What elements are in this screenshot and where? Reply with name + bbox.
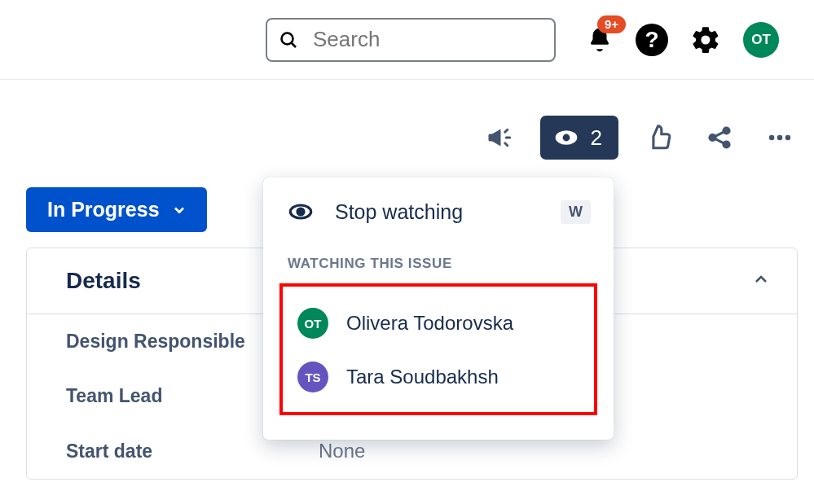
details-title: Details [66, 268, 141, 294]
search-input[interactable] [311, 26, 543, 53]
svg-line-7 [715, 132, 724, 137]
watcher-name: Olivera Todorovska [346, 312, 513, 335]
avatar: OT [297, 308, 328, 339]
search-icon [279, 30, 298, 50]
megaphone-icon [485, 123, 514, 152]
help-button[interactable]: ? [636, 24, 668, 56]
svg-point-10 [777, 135, 783, 141]
avatar: TS [297, 362, 328, 392]
field-label: Start date [66, 440, 319, 462]
svg-point-13 [297, 208, 304, 215]
status-label: In Progress [47, 198, 160, 221]
shortcut-badge: W [561, 200, 591, 224]
share-button[interactable] [700, 118, 739, 157]
chevron-down-icon [171, 202, 187, 218]
svg-line-8 [715, 138, 724, 143]
vote-button[interactable] [640, 118, 679, 157]
field-value: None [319, 440, 365, 462]
stop-watching-label: Stop watching [335, 200, 561, 224]
gear-icon [690, 24, 721, 55]
watcher-name: Tara Soudbakhsh [346, 366, 499, 388]
share-icon [706, 124, 733, 151]
svg-point-3 [562, 134, 570, 142]
chevron-up-icon [751, 270, 771, 292]
settings-button[interactable] [689, 24, 722, 56]
svg-point-0 [282, 33, 293, 44]
eye-icon [553, 125, 579, 151]
notifications-badge: 9+ [597, 15, 626, 33]
thumbs-up-icon [645, 124, 673, 151]
more-actions-button[interactable] [760, 118, 799, 157]
status-dropdown[interactable]: In Progress [26, 187, 207, 232]
more-icon [766, 124, 794, 151]
watchers-button[interactable]: 2 [540, 116, 618, 160]
feedback-button[interactable] [480, 118, 519, 157]
stop-watching-button[interactable]: Stop watching W [263, 177, 614, 248]
svg-point-11 [785, 135, 791, 141]
avatar[interactable]: OT [743, 22, 779, 58]
search-field[interactable] [266, 18, 556, 62]
issue-actions: 2 [480, 116, 799, 160]
watchers-section-title: WATCHING THIS ISSUE [263, 248, 614, 277]
eye-icon [288, 199, 314, 225]
watcher-item[interactable]: TS Tara Soudbakhsh [291, 350, 584, 404]
svg-point-9 [769, 135, 775, 141]
watcher-item[interactable]: OT Olivera Todorovska [291, 296, 584, 350]
svg-line-1 [292, 42, 297, 47]
help-icon: ? [636, 24, 668, 56]
top-bar: 9+ ? OT [0, 0, 814, 80]
watch-count: 2 [591, 125, 602, 151]
highlight-box: OT Olivera Todorovska TS Tara Soudbakhsh [279, 283, 597, 415]
watchers-popover: Stop watching W WATCHING THIS ISSUE OT O… [263, 177, 614, 440]
notifications-button[interactable]: 9+ [585, 25, 614, 55]
